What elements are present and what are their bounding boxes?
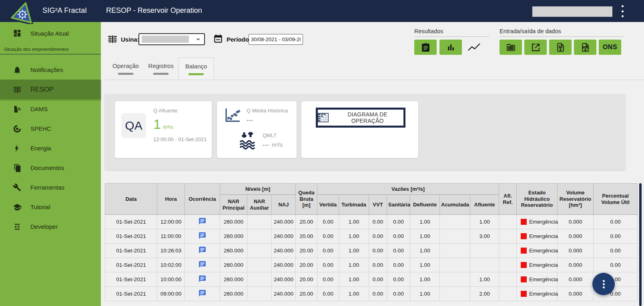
comment-icon[interactable]: [198, 217, 207, 225]
export-calc-button[interactable]: CALC: [574, 40, 596, 55]
top-header: SIG²A Fractal RESOP - Reservoir Operatio…: [0, 0, 644, 22]
col-header-afluente: Afluente: [470, 195, 499, 215]
line-chart-button[interactable]: [465, 42, 483, 53]
col-header-hora: Hora: [157, 184, 185, 215]
cell-hora: 12:00:00: [157, 215, 185, 229]
cell-percentual-volume: 0.00: [594, 215, 638, 229]
file-download-icon: [556, 42, 566, 52]
col-header-defluente: Defluente: [410, 195, 440, 215]
cell-vvt: 0.00: [369, 215, 387, 229]
cell-hora: 09:00:00: [157, 287, 185, 301]
qmlt-value: ---m³/s: [263, 142, 283, 148]
open-external-button[interactable]: [524, 40, 547, 55]
more-actions-fab[interactable]: [592, 273, 615, 295]
cell-volume-reservatorio: 0.000: [558, 244, 594, 258]
qa-unit: m³/s: [163, 124, 173, 130]
table-row: 01-Set-2021 12:00:00 260.000 240.000 20.…: [105, 215, 638, 229]
report-button[interactable]: [414, 40, 437, 55]
usina-icon: [107, 34, 118, 44]
cell-sanitaria: 0.00: [387, 244, 410, 258]
sidebar-item-documentos[interactable]: Documentos: [0, 158, 101, 178]
sidebar-nav: Situação Atual Situação dos empreendimen…: [0, 22, 101, 306]
cell-sanitaria: 0.00: [387, 272, 410, 287]
table-row: 01-Set-2021 10:26:03 260.000 240.000 20.…: [105, 244, 638, 258]
cell-volume-reservatorio: 0.000: [558, 229, 594, 244]
col-header-percentual-volume: Percentual Volume Útil: [594, 184, 638, 215]
cell-data: 01-Set-2021: [105, 258, 157, 272]
sidebar-item-label: SPEHC: [30, 125, 51, 132]
cell-queda-bruta: 20.00: [296, 258, 317, 272]
cell-hora: 10:02:00: [157, 258, 185, 272]
chevron-down-icon: [195, 36, 201, 42]
cell-acumulada: [440, 229, 470, 244]
cell-estado-hidraulico: Emergência: [517, 258, 558, 272]
sidebar-divider: [0, 54, 101, 54]
status-color-swatch: [521, 291, 527, 297]
sidebar-item-notificacoes[interactable]: Notificações: [0, 60, 101, 80]
cell-defluente: 1.00: [410, 272, 440, 287]
col-header-data: Data: [105, 184, 157, 215]
cell-nar-auxiliar: [247, 244, 272, 258]
sidebar-item-spehc[interactable]: SPEHC: [0, 119, 101, 138]
cell-vertida: 0.00: [317, 287, 339, 301]
overflow-menu-button[interactable]: [619, 5, 626, 17]
col-header-estado-hidraulico: Estado Hidráulico Reservatório: [517, 184, 558, 215]
data-folder-button[interactable]: [500, 40, 522, 55]
usina-select[interactable]: [138, 33, 205, 45]
tab-balanco[interactable]: Balanço: [179, 58, 214, 80]
folder-table-icon: [506, 42, 516, 52]
comment-icon[interactable]: [198, 275, 207, 283]
qa-label: Q Afluente: [153, 108, 178, 114]
swirl-icon: [13, 124, 22, 133]
cell-naj: 240.000: [272, 287, 296, 301]
sidebar-item-resop[interactable]: RESOP: [0, 80, 101, 99]
cell-naj: 240.000: [272, 272, 296, 287]
bar-chart-button[interactable]: [439, 40, 462, 55]
diagrama-operacao-button[interactable]: DIAGRAMA DE OPERAÇÃO: [316, 108, 405, 128]
cell-volume-reservatorio: 0.000: [558, 258, 594, 272]
comment-icon[interactable]: [198, 246, 207, 254]
table-scrollbar[interactable]: [639, 183, 642, 306]
sidebar-item-label: Documentos: [30, 164, 64, 171]
cell-percentual-volume: 0.00: [594, 229, 638, 244]
export-file-button[interactable]: [549, 40, 572, 55]
ons-button[interactable]: ONS: [599, 40, 621, 55]
cell-hora: 10:00:00: [157, 272, 185, 287]
tab-registros[interactable]: Registros: [143, 58, 179, 80]
status-color-swatch: [521, 233, 527, 239]
cell-data: 01-Set-2021: [105, 287, 157, 301]
q-media-value: ---: [247, 117, 288, 123]
comment-icon[interactable]: [198, 289, 207, 297]
cell-nar-auxiliar: [247, 287, 272, 301]
table-row: 01-Set-2021 09:00:00 260.000 240.000 20.…: [105, 287, 638, 301]
cell-afluente: 1.00: [470, 215, 499, 229]
tab-bar: Operação Registros Balanço: [105, 58, 644, 80]
sidebar-item-label: Ferramentas: [30, 184, 64, 191]
qa-value: 1m³/s: [153, 116, 173, 132]
sidebar-item-label: Energia: [30, 145, 51, 152]
cell-afluente: 3.00: [470, 229, 499, 244]
periodo-input[interactable]: [249, 34, 303, 45]
tab-operacao[interactable]: Operação: [108, 58, 143, 80]
sidebar-item-tutorial[interactable]: Tutorial: [0, 197, 101, 217]
sidebar-item-developer[interactable]: Developer: [0, 217, 101, 236]
cell-turbinada: 1.00: [339, 244, 369, 258]
cell-acumulada: [440, 258, 470, 272]
cell-turbinada: 1.00: [339, 258, 369, 272]
cell-vvt: 0.00: [369, 272, 387, 287]
cell-nar-auxiliar: [247, 272, 272, 287]
status-color-swatch: [521, 248, 527, 254]
sidebar-item-energia[interactable]: Energia: [0, 138, 101, 158]
col-group-vazoes: Vazões [m³/s]: [317, 184, 499, 195]
comment-icon[interactable]: [198, 232, 207, 240]
balanco-table: Data Hora Ocorrência Níveis [m] Queda Br…: [105, 183, 638, 301]
cell-vvt: 0.00: [369, 287, 387, 301]
sidebar-item-ferramentas[interactable]: Ferramentas: [0, 178, 101, 197]
cell-nar-auxiliar: [247, 229, 272, 244]
comment-icon[interactable]: [198, 260, 207, 268]
sidebar-item-dams[interactable]: DAMS: [0, 99, 101, 119]
cell-nar-principal: 260.000: [220, 287, 247, 301]
sidebar-item-situacao-atual[interactable]: Situação Atual: [0, 24, 101, 42]
open-in-new-icon: [531, 42, 541, 52]
cell-nar-principal: 260.000: [220, 215, 247, 229]
